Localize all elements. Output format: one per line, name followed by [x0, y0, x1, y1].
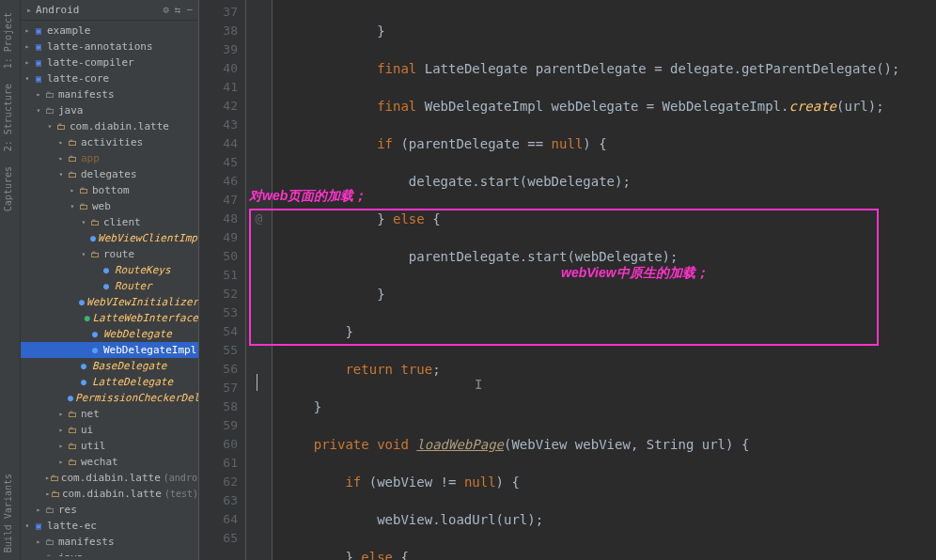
code-line: final LatteDelegate parentDelegate = del…	[282, 59, 936, 78]
tree-node[interactable]: ▸🗀bottom	[21, 182, 198, 198]
tree-node[interactable]: ▸🗀app	[21, 150, 198, 166]
line-number: 61	[199, 454, 238, 473]
line-number: 42	[199, 97, 238, 116]
tree-node[interactable]: LatteDelegate	[21, 374, 198, 390]
line-number: 57	[199, 379, 238, 397]
line-number: 51	[199, 266, 238, 285]
tree-node[interactable]: PermissionCheckerDelegate	[21, 390, 198, 406]
tree-node[interactable]: WebVIewInitializer	[21, 294, 198, 310]
line-number: 45	[199, 153, 238, 172]
code-line: return true;	[282, 360, 936, 379]
line-number: 41	[199, 78, 238, 97]
tree-node[interactable]: ▸🗀ui	[21, 422, 198, 438]
tree-node[interactable]: ▸🗀res	[21, 502, 198, 518]
line-number: 39	[199, 40, 238, 59]
code-line: }	[282, 397, 936, 416]
override-icon[interactable]: @	[246, 210, 272, 228]
code-line: if (webView != null) {	[282, 473, 936, 491]
project-header: ▸ Android ⚙ ⇆ −	[21, 0, 198, 21]
line-number: 38	[199, 22, 238, 40]
tab-build-variants[interactable]: Build Variants	[0, 466, 20, 560]
tree-node[interactable]: ▸🗀net	[21, 406, 198, 422]
tree-node[interactable]: ▸🗀activities	[21, 134, 198, 150]
tree-node[interactable]: LatteWebInterface	[21, 310, 198, 326]
tool-window-tabs: 1: Project 2: Structure Captures Build V…	[0, 0, 21, 560]
tree-node[interactable]: BaseDelegate	[21, 358, 198, 374]
ibeam-icon: I	[475, 377, 482, 392]
line-number: 40	[199, 59, 238, 78]
line-number: 46	[199, 172, 238, 191]
tree-node[interactable]: ▸🗀util	[21, 438, 198, 454]
code-line: }	[282, 22, 936, 40]
tree-node-selected[interactable]: WebDelegateImpl	[21, 342, 198, 358]
annotation-text-1: 对web页面的加载；	[249, 188, 367, 205]
line-number: 47	[199, 191, 238, 210]
tree-node[interactable]: ▸🗀wechat	[21, 454, 198, 470]
line-number: 44	[199, 134, 238, 153]
line-number: 43	[199, 116, 238, 134]
tree-node[interactable]: ▸▣latte-compiler	[21, 54, 198, 70]
project-tree: ▸▣example ▸▣latte-annotations ▸▣latte-co…	[21, 21, 198, 556]
tree-node[interactable]: ▸🗀java	[21, 550, 198, 556]
tree-node[interactable]: ▾🗀java	[21, 102, 198, 118]
code-line: private void loadWebPage(WebView webView…	[282, 435, 936, 454]
tab-captures[interactable]: Captures	[0, 159, 20, 219]
tree-node[interactable]: ▸🗀com.diabin.latte(test)	[21, 486, 198, 502]
line-number: 56	[199, 360, 238, 379]
line-number: 52	[199, 285, 238, 303]
tab-structure[interactable]: 2: Structure	[0, 76, 20, 159]
tree-node[interactable]: Router	[21, 278, 198, 294]
line-number: 53	[199, 303, 238, 322]
split-icon[interactable]: ⇆	[175, 4, 181, 16]
code-line: delegate.start(webDelegate);	[282, 172, 936, 191]
code-line: } else {	[282, 548, 936, 560]
line-number: 55	[199, 341, 238, 360]
project-panel: ▸ Android ⚙ ⇆ − ▸▣example ▸▣latte-annota…	[21, 0, 199, 560]
tree-node[interactable]: ▾▣latte-core	[21, 70, 198, 86]
gear-icon[interactable]: ⚙	[163, 4, 169, 16]
code-line: webView.loadUrl(url);	[282, 510, 936, 529]
code-line: parentDelegate.start(webDelegate);	[282, 247, 936, 266]
code-line: } else {	[282, 210, 936, 228]
line-number: 65	[199, 529, 238, 548]
tree-node[interactable]: ▾🗀com.diabin.latte	[21, 118, 198, 134]
tree-node[interactable]: RouteKeys	[21, 262, 198, 278]
line-number: 58	[199, 397, 238, 416]
line-number: 62	[199, 473, 238, 491]
tab-project[interactable]: 1: Project	[0, 5, 20, 76]
code-line: }	[282, 285, 936, 303]
code-line: if (parentDelegate == null) {	[282, 134, 936, 153]
line-number: 60	[199, 435, 238, 454]
line-number: 59	[199, 416, 238, 435]
hide-icon[interactable]: −	[186, 4, 193, 16]
line-number: 49	[199, 228, 238, 247]
line-number: 48	[199, 210, 238, 228]
project-title: Android	[36, 4, 79, 16]
text-cursor	[257, 374, 257, 391]
annotation-text-2: webView中原生的加载；	[561, 265, 709, 282]
tree-node[interactable]: ▸🗀manifests	[21, 534, 198, 550]
tree-node[interactable]: ▾🗀web	[21, 198, 198, 214]
line-gutter: 37 38 39 40 41 42 43 44 45 46 47 48 49 5…	[199, 0, 246, 560]
line-number: 64	[199, 510, 238, 529]
tree-node[interactable]: ▸▣example	[21, 23, 198, 39]
tree-node[interactable]: ▸🗀manifests	[21, 86, 198, 102]
tree-node[interactable]: WebViewClientImpl	[21, 230, 198, 246]
line-number: 54	[199, 322, 238, 341]
tree-node[interactable]: ▾🗀client	[21, 214, 198, 230]
code-line: }	[282, 322, 936, 341]
code-line: final WebDelegateImpl webDelegate = WebD…	[282, 97, 936, 116]
tree-node[interactable]: ▸▣latte-annotations	[21, 39, 198, 54]
line-number: 50	[199, 247, 238, 266]
tree-node[interactable]: WebDelegate	[21, 326, 198, 342]
gutter-marks: @	[246, 0, 273, 560]
line-number: 63	[199, 491, 238, 510]
tree-node[interactable]: ▾🗀delegates	[21, 166, 198, 182]
line-number: 37	[199, 3, 238, 22]
tree-node[interactable]: ▾▣latte-ec	[21, 518, 198, 534]
tree-node[interactable]: ▸🗀com.diabin.latte(androidTest)	[21, 470, 198, 486]
tree-node[interactable]: ▾🗀route	[21, 246, 198, 262]
dropdown-icon[interactable]: ▸	[26, 5, 32, 15]
